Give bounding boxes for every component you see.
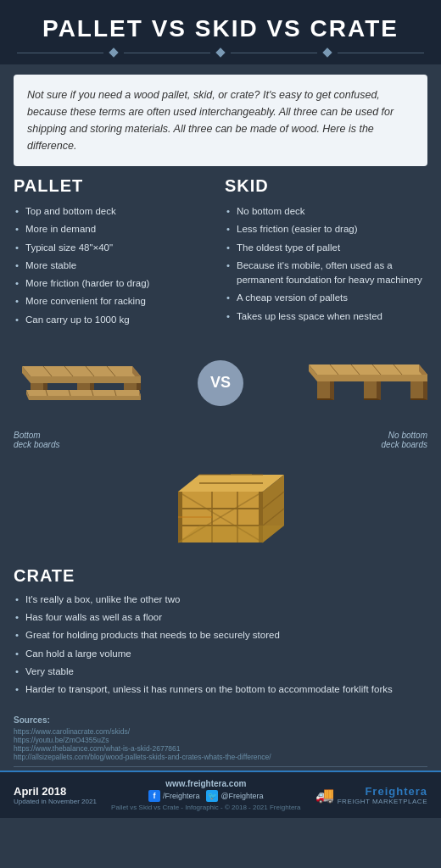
svg-marker-30: [317, 381, 330, 400]
vs-badge: VS: [198, 360, 243, 406]
diamond-icon-2: [215, 47, 225, 57]
crate-bullet-list: It's really a box, unlike the other two …: [14, 591, 427, 699]
visual-section: VS: [14, 341, 427, 426]
skid-bullet-4: Because it's mobile, often used as a per…: [225, 257, 427, 290]
skid-bullet-2: Less friction (easier to drag): [225, 220, 427, 238]
crate-bullet-6: Harder to transport, unless it has runne…: [14, 681, 427, 698]
svg-marker-12: [124, 383, 137, 390]
pallet-illustration: [14, 341, 141, 426]
diamond-icon-3: [322, 47, 332, 57]
pallet-bullet-5: More friction (harder to drag): [14, 275, 216, 292]
pallet-skid-columns: PALLET Top and bottom deck More in deman…: [14, 176, 427, 329]
sources-section: Sources: https://www.carolinacrate.com/s…: [14, 715, 427, 761]
facebook-icon: f: [148, 790, 160, 802]
skid-bullet-3: The oldest type of pallet: [225, 239, 427, 257]
svg-marker-31: [330, 381, 334, 400]
twitter-handle: @Freightera: [220, 792, 263, 800]
footer-center: www.freightera.com f /Freightera 🐦 @Frei…: [111, 779, 300, 811]
crate-bullet-4: Can hold a large volume: [14, 645, 427, 663]
diamond-icon-1: [109, 47, 118, 57]
pallet-bullet-2: More in demand: [14, 220, 216, 238]
skid-bullet-6: Takes up less space when nested: [225, 308, 427, 326]
skid-bullet-5: A cheap version of pallets: [225, 289, 427, 307]
skid-illustration: [300, 341, 427, 426]
divider-line-right: [338, 53, 424, 53]
sources-label: Sources:: [14, 715, 427, 725]
svg-marker-29: [317, 375, 427, 381]
main-content: PALLET Top and bottom deck More in deman…: [0, 176, 441, 707]
svg-marker-13: [137, 383, 141, 390]
twitter-icon: 🐦: [206, 790, 218, 802]
pallet-bullet-7: Can carry up to 1000 kg: [14, 311, 216, 329]
footer-social: f /Freightera 🐦 @Freightera: [111, 790, 300, 802]
intro-text: Not sure if you need a wood pallet, skid…: [14, 75, 427, 166]
crate-bullet-1: It's really a box, unlike the other two: [14, 591, 427, 609]
skid-deck-label: No bottom deck boards: [382, 431, 427, 449]
svg-marker-33: [377, 381, 381, 400]
svg-marker-10: [77, 383, 90, 390]
svg-marker-9: [43, 383, 47, 390]
header-section: PALLET VS SKID VS CRATE: [0, 0, 441, 64]
pallet-svg: [14, 341, 141, 426]
pallet-deck-label: Bottom deck boards: [14, 431, 59, 449]
crate-bullet-3: Great for holding products that needs to…: [14, 626, 427, 644]
svg-marker-22: [309, 364, 427, 375]
pallet-title: PALLET: [14, 176, 216, 196]
footer-website[interactable]: www.freightera.com: [111, 779, 300, 788]
footer-divider: [14, 766, 427, 767]
crate-bullet-2: Has four walls as well as a floor: [14, 609, 427, 626]
source-link-2: https://youtu.be/ZmO4355uZs: [14, 736, 427, 744]
brand-tagline: FREIGHT MARKETPLACE: [338, 798, 427, 805]
crate-bullet-5: Very stable: [14, 663, 427, 681]
facebook-handle: /Freightera: [163, 792, 200, 800]
brand-name: Freightera: [338, 785, 427, 798]
svg-marker-7: [31, 376, 141, 383]
skid-column: SKID No bottom deck Less friction (easie…: [225, 176, 427, 329]
pallet-bullet-1: Top and bottom deck: [14, 203, 216, 220]
svg-marker-14: [26, 390, 141, 396]
svg-marker-32: [364, 381, 377, 400]
skid-bullet-list: No bottom deck Less friction (easier to …: [225, 203, 427, 326]
twitter-link[interactable]: 🐦 @Freightera: [206, 790, 263, 802]
facebook-link[interactable]: f /Freightera: [148, 790, 200, 802]
footer-date: April 2018: [14, 785, 97, 798]
svg-marker-0: [22, 366, 141, 376]
crate-title: CRATE: [14, 566, 427, 586]
divider-line-mid2: [231, 53, 317, 53]
truck-icon: 🚚: [315, 786, 334, 804]
svg-marker-8: [31, 383, 43, 390]
footer-right: 🚚 Freightera FREIGHT MARKETPLACE: [315, 785, 427, 805]
page-title: PALLET VS SKID VS CRATE: [17, 15, 424, 42]
footer-left: April 2018 Updated in November 2021: [14, 785, 97, 805]
footer-copyright: Pallet vs Skid vs Crate - Infographic - …: [111, 804, 300, 811]
pallet-bullet-3: Typical size 48"×40": [14, 239, 216, 257]
crate-svg: [153, 449, 288, 559]
skid-bullet-1: No bottom deck: [225, 203, 427, 220]
svg-marker-11: [90, 383, 94, 390]
pallet-bullet-4: More stable: [14, 257, 216, 275]
crate-section: CRATE It's really a box, unlike the othe…: [14, 566, 427, 699]
divider-line-mid1: [124, 53, 210, 53]
pallet-bullet-6: More convenient for racking: [14, 292, 216, 310]
svg-marker-34: [410, 381, 423, 400]
footer-updated: Updated in November 2021: [14, 798, 97, 805]
divider-line-left: [17, 53, 103, 53]
source-link-3: https://www.thebalance.com/what-is-a-ski…: [14, 744, 427, 753]
freightera-logo: 🚚 Freightera FREIGHT MARKETPLACE: [315, 785, 427, 805]
skid-title: SKID: [225, 176, 427, 196]
crate-illustration: [153, 449, 288, 559]
svg-marker-35: [423, 381, 427, 400]
source-link-1: https://www.carolinacrate.com/skids/: [14, 727, 427, 736]
visual-labels-row: Bottom deck boards No bottom deck boards: [14, 431, 427, 449]
source-link-4: http://allsizepallets.com/blog/wood-pall…: [14, 753, 427, 761]
header-divider: [17, 49, 424, 56]
pallet-bullet-list: Top and bottom deck More in demand Typic…: [14, 203, 216, 329]
svg-marker-21: [29, 396, 141, 400]
pallet-column: PALLET Top and bottom deck More in deman…: [14, 176, 216, 329]
skid-svg: [300, 341, 427, 426]
footer-section: April 2018 Updated in November 2021 www.…: [0, 771, 441, 818]
